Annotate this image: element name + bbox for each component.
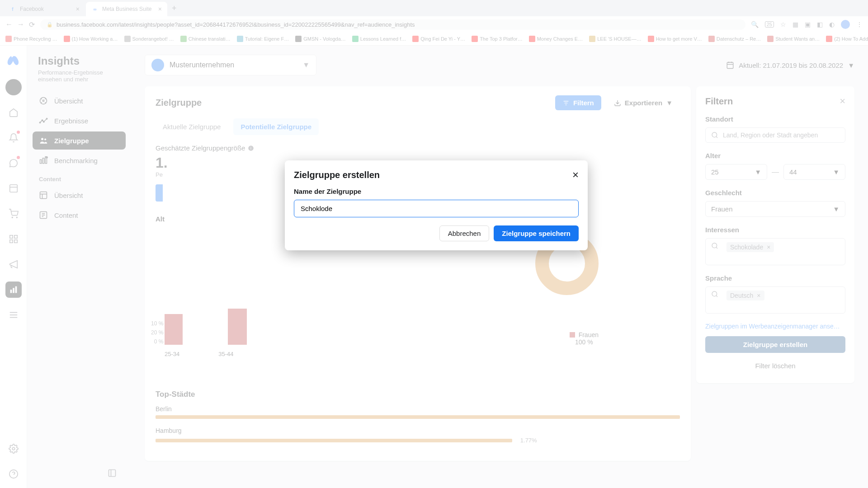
modal-input-label: Name der Zielgruppe <box>294 188 579 195</box>
save-audience-button[interactable]: Zielgruppe speichern <box>494 225 579 241</box>
modal-title: Zielgruppe erstellen <box>294 170 380 180</box>
audience-name-input[interactable] <box>294 200 579 217</box>
close-icon[interactable]: × <box>572 169 579 180</box>
cancel-button[interactable]: Abbrechen <box>439 225 490 241</box>
create-audience-modal: Zielgruppe erstellen × Name der Zielgrup… <box>285 160 588 250</box>
